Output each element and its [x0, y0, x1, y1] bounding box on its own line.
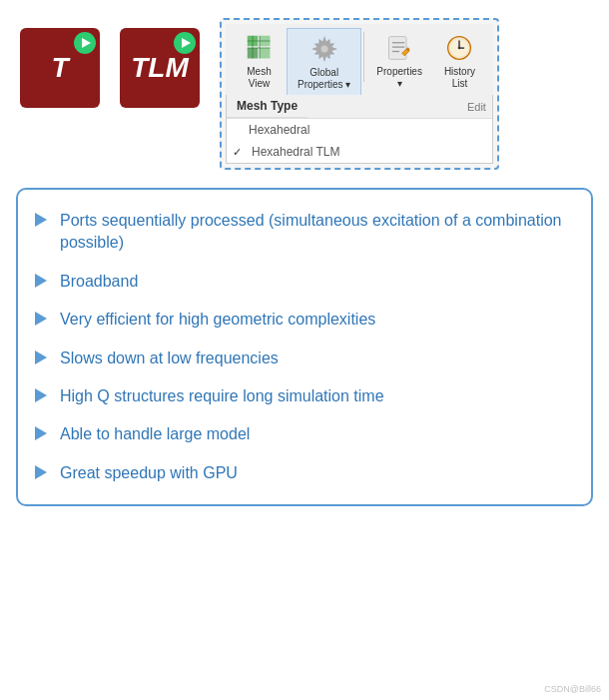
bullet-icon: [34, 388, 48, 402]
bullet-icon: [34, 213, 48, 227]
hexahedral-label: Hexahedral: [249, 123, 309, 137]
global-properties-button[interactable]: GlobalProperties ▾: [287, 28, 361, 95]
icons-group: T TLM: [20, 28, 200, 108]
history-list-label: HistoryList: [444, 66, 475, 90]
bullet-triangle: [35, 312, 47, 326]
dropdown-title: Mesh Type: [227, 95, 307, 118]
bullet-icon: [34, 426, 48, 440]
bullet-icon: [34, 465, 48, 479]
properties-icon: [383, 32, 415, 64]
bullet-triangle: [35, 465, 47, 479]
bullet-triangle: [35, 274, 47, 288]
bullet-list-section: Ports sequentially processed (simultaneo…: [16, 188, 593, 506]
tlm-label: TLM: [131, 52, 189, 84]
tlm-icon-box: TLM: [120, 28, 200, 108]
list-item-text: Able to handle large model: [60, 423, 250, 445]
global-properties-icon: [308, 33, 340, 65]
edit-label: Edit: [461, 99, 492, 115]
ribbon-area: MeshView GlobalProperties ▾: [220, 18, 499, 170]
svg-point-18: [458, 47, 461, 50]
list-item: High Q structures require long simulatio…: [34, 385, 571, 407]
play-triangle-t: [82, 38, 91, 48]
list-item: Ports sequentially processed (simultaneo…: [34, 210, 571, 255]
bullet-icon: [34, 274, 48, 288]
ribbon-divider-1: [363, 32, 364, 82]
check-icon: ✓: [233, 146, 242, 159]
list-item-text: Broadband: [60, 271, 138, 293]
bullet-icon: [34, 312, 48, 326]
top-section: T TLM: [0, 0, 609, 180]
list-item-text: Great speedup with GPU: [60, 462, 238, 484]
t-label: T: [51, 52, 68, 84]
t-icon-box: T: [20, 28, 100, 108]
mesh-view-label: MeshView: [247, 66, 271, 90]
dropdown-menu: Mesh Type Edit Hexahedral ✓ Hexahedral T…: [226, 95, 493, 164]
svg-point-9: [320, 46, 327, 53]
bullet-triangle: [35, 388, 47, 402]
mesh-view-button[interactable]: MeshView: [232, 28, 287, 94]
dropdown-item-hexahedral[interactable]: Hexahedral: [227, 119, 492, 141]
properties-label: Properties▾: [376, 66, 422, 90]
bullet-triangle: [35, 426, 47, 440]
hexahedral-tlm-label: Hexahedral TLM: [252, 145, 340, 159]
list-item-text: Ports sequentially processed (simultaneo…: [60, 210, 571, 255]
mesh-view-icon: [244, 32, 276, 64]
global-properties-label: GlobalProperties ▾: [298, 67, 350, 91]
history-list-icon: [443, 32, 475, 64]
svg-rect-10: [389, 37, 407, 60]
bullet-triangle: [35, 350, 47, 364]
play-triangle-tlm: [182, 38, 191, 48]
bullet-list: Ports sequentially processed (simultaneo…: [34, 210, 571, 484]
bullet-icon: [34, 350, 48, 364]
list-item: Able to handle large model: [34, 423, 571, 445]
list-item-text: Very efficient for high geometric comple…: [60, 309, 375, 331]
svg-rect-3: [260, 48, 271, 59]
list-item: Slows down at low frequencies: [34, 348, 571, 369]
list-item-text: Slows down at low frequencies: [60, 348, 279, 369]
history-list-button[interactable]: HistoryList: [432, 28, 487, 94]
list-item: Very efficient for high geometric comple…: [34, 309, 571, 331]
ribbon-toolbar: MeshView GlobalProperties ▾: [226, 24, 493, 95]
list-item: Broadband: [34, 271, 571, 293]
bullet-triangle: [35, 213, 47, 227]
watermark: CSDN@Bill66: [544, 684, 601, 694]
t-play-button[interactable]: [74, 32, 96, 54]
dropdown-item-hexahedral-tlm[interactable]: ✓ Hexahedral TLM: [227, 141, 492, 163]
list-item: Great speedup with GPU: [34, 462, 571, 484]
list-item-text: High Q structures require long simulatio…: [60, 385, 384, 407]
tlm-play-button[interactable]: [174, 32, 196, 54]
properties-button[interactable]: Properties▾: [366, 28, 432, 94]
